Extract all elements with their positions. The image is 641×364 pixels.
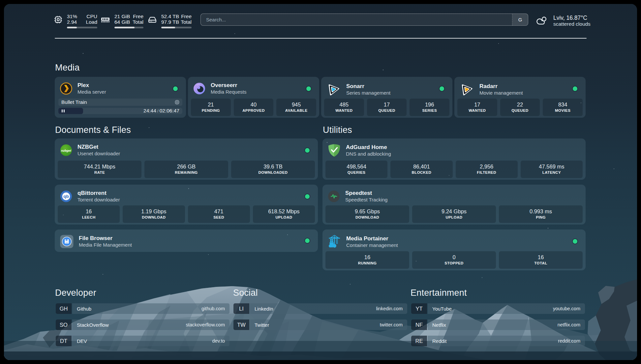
svg-text:nzbget: nzbget: [61, 149, 71, 152]
svg-text:qb: qb: [63, 194, 69, 199]
